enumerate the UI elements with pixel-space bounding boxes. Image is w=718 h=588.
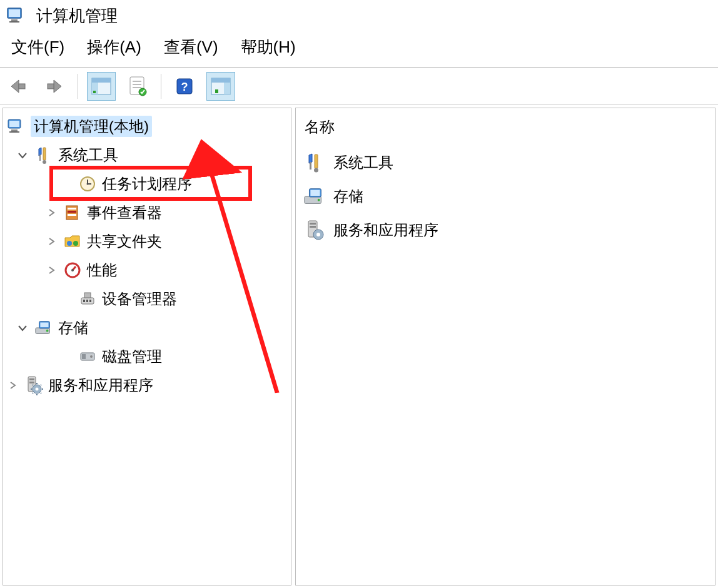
show-action-pane-button[interactable] bbox=[206, 72, 235, 101]
list-item-label: 系统工具 bbox=[333, 153, 393, 173]
svg-rect-24 bbox=[9, 131, 19, 133]
svg-point-62 bbox=[318, 199, 320, 201]
svg-rect-3 bbox=[9, 21, 19, 23]
list-item-label: 存储 bbox=[333, 186, 363, 206]
tree-item-performance[interactable]: 性能 bbox=[6, 256, 288, 285]
svg-rect-34 bbox=[68, 211, 76, 213]
clock-icon bbox=[78, 175, 97, 193]
svg-rect-43 bbox=[86, 300, 88, 302]
svg-point-56 bbox=[36, 388, 39, 391]
list-item[interactable]: 系统工具 bbox=[303, 146, 707, 180]
list-item[interactable]: 存储 bbox=[303, 180, 707, 213]
tree-item-disk-management[interactable]: 磁盘管理 bbox=[6, 342, 288, 371]
tree-pane: 计算机管理(本地) 系统工具 bbox=[3, 108, 291, 585]
tree-item-system-tools[interactable]: 系统工具 bbox=[6, 141, 288, 170]
shared-folder-icon bbox=[63, 232, 82, 251]
toolbar-separator bbox=[78, 74, 78, 99]
help-button[interactable]: ? bbox=[170, 72, 199, 101]
services-icon bbox=[303, 219, 326, 241]
svg-rect-50 bbox=[82, 354, 86, 359]
device-manager-icon bbox=[78, 290, 97, 308]
tree-item-label: 任务计划程序 bbox=[102, 174, 192, 194]
properties-button[interactable] bbox=[123, 72, 152, 101]
chevron-down-icon[interactable] bbox=[16, 148, 29, 162]
tree-item-label: 存储 bbox=[58, 318, 88, 338]
svg-rect-66 bbox=[310, 223, 316, 225]
svg-point-46 bbox=[46, 330, 49, 332]
svg-text:?: ? bbox=[181, 81, 188, 93]
svg-rect-1 bbox=[9, 9, 20, 17]
svg-point-69 bbox=[316, 233, 320, 236]
tree-item-shared-folders[interactable]: 共享文件夹 bbox=[6, 227, 288, 256]
tree-item-event-viewer[interactable]: 事件查看器 bbox=[6, 198, 288, 227]
app-icon bbox=[6, 6, 26, 26]
tree-root[interactable]: 计算机管理(本地) bbox=[6, 112, 288, 141]
list-item[interactable]: 服务和应用程序 bbox=[303, 213, 707, 247]
svg-rect-44 bbox=[89, 300, 91, 302]
disk-icon bbox=[78, 347, 97, 366]
menu-help[interactable]: 帮助(H) bbox=[241, 36, 296, 58]
tree-item-storage[interactable]: 存储 bbox=[6, 313, 288, 342]
event-viewer-icon bbox=[63, 203, 82, 222]
svg-rect-26 bbox=[39, 155, 41, 161]
svg-rect-58 bbox=[315, 155, 318, 168]
svg-rect-67 bbox=[310, 226, 316, 228]
svg-rect-41 bbox=[84, 293, 91, 298]
svg-rect-2 bbox=[11, 19, 18, 21]
svg-rect-23 bbox=[11, 129, 18, 131]
chevron-right-icon[interactable] bbox=[6, 378, 19, 392]
tree-item-label: 系统工具 bbox=[58, 145, 118, 165]
svg-rect-33 bbox=[68, 208, 76, 210]
svg-rect-5 bbox=[48, 84, 54, 89]
svg-rect-35 bbox=[68, 214, 76, 216]
window-title: 计算机管理 bbox=[36, 5, 118, 27]
svg-point-27 bbox=[43, 160, 46, 164]
services-icon bbox=[24, 376, 43, 395]
svg-rect-9 bbox=[93, 91, 96, 93]
tree-item-label: 共享文件夹 bbox=[87, 231, 162, 251]
svg-point-51 bbox=[90, 355, 93, 358]
tree-item-label: 服务和应用程序 bbox=[48, 375, 153, 395]
tree-item-services-apps[interactable]: 服务和应用程序 bbox=[6, 371, 288, 400]
tree-item-label: 性能 bbox=[87, 260, 117, 280]
menu-bar: 文件(F) 操作(A) 查看(V) 帮助(H) bbox=[0, 31, 718, 68]
toolbar-separator bbox=[161, 74, 161, 99]
back-button[interactable] bbox=[4, 72, 33, 101]
toolbar: ? bbox=[0, 68, 718, 105]
storage-icon bbox=[303, 185, 326, 208]
chevron-right-icon[interactable] bbox=[44, 206, 58, 220]
svg-rect-25 bbox=[43, 148, 46, 160]
menu-view[interactable]: 查看(V) bbox=[164, 36, 218, 58]
svg-point-36 bbox=[67, 241, 72, 246]
tree-item-label: 磁盘管理 bbox=[102, 347, 162, 367]
chevron-down-icon[interactable] bbox=[16, 321, 29, 335]
svg-rect-19 bbox=[224, 83, 230, 94]
storage-icon bbox=[34, 318, 53, 337]
computer-icon bbox=[7, 117, 26, 136]
menu-action[interactable]: 操作(A) bbox=[87, 36, 141, 58]
tools-icon bbox=[34, 146, 53, 165]
chevron-right-icon[interactable] bbox=[44, 235, 58, 248]
title-bar: 计算机管理 bbox=[0, 0, 718, 31]
svg-rect-64 bbox=[310, 190, 320, 196]
svg-rect-54 bbox=[29, 382, 34, 383]
svg-rect-4 bbox=[19, 84, 25, 89]
tools-icon bbox=[303, 151, 326, 174]
tree-item-task-scheduler[interactable]: 任务计划程序 bbox=[6, 170, 288, 198]
svg-point-39 bbox=[71, 269, 74, 271]
tree-item-device-manager[interactable]: 设备管理器 bbox=[6, 285, 288, 313]
show-hide-tree-button[interactable] bbox=[87, 72, 116, 101]
forward-button[interactable] bbox=[40, 72, 69, 101]
svg-rect-20 bbox=[215, 89, 218, 93]
tree-item-label: 设备管理器 bbox=[102, 289, 177, 309]
svg-rect-7 bbox=[92, 78, 111, 83]
menu-file[interactable]: 文件(F) bbox=[11, 36, 64, 58]
tree: 计算机管理(本地) 系统工具 bbox=[3, 108, 291, 403]
svg-rect-42 bbox=[83, 300, 85, 302]
svg-point-60 bbox=[314, 168, 318, 173]
list-item-label: 服务和应用程序 bbox=[333, 220, 438, 240]
main-area: 计算机管理(本地) 系统工具 bbox=[0, 105, 718, 588]
svg-point-31 bbox=[87, 183, 89, 185]
chevron-right-icon[interactable] bbox=[44, 263, 58, 277]
column-header-name[interactable]: 名称 bbox=[303, 113, 707, 146]
